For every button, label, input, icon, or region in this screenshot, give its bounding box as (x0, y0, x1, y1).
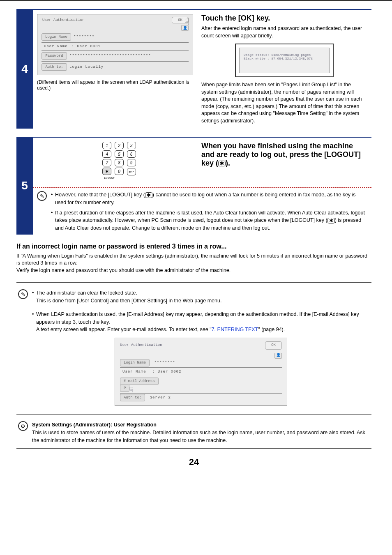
password-button[interactable]: Password (42, 52, 67, 60)
incorrect-body: If "A Warning when Login Fails" is enabl… (16, 253, 371, 274)
user-auth-panel: User Authentication OK ☟ 👤 Login Name **… (37, 14, 193, 75)
auth-to-value: Login Locally (69, 65, 104, 69)
key-8[interactable]: 8 (115, 159, 124, 166)
sys-settings-body: This is used to store names of users of … (32, 429, 370, 444)
step-number: 4 (16, 62, 33, 76)
step-content: User Authentication OK ☟ 👤 Login Name **… (33, 9, 371, 129)
note-admin-clear: The administrator can clear the locked s… (32, 289, 370, 305)
sys-settings-heading: System Settings (Administrator): User Re… (32, 421, 370, 429)
user-name-value: : User 0001 (72, 44, 101, 48)
step-number-col: 5 (16, 137, 33, 235)
ldap-ok-button[interactable]: OK (265, 341, 282, 350)
login-name-button[interactable]: Login Name (42, 33, 71, 41)
note-ldap: When LDAP authentication is used, the [E… (32, 311, 370, 334)
incorrect-heading: If an incorrect login name or password i… (16, 243, 371, 250)
dashed-divider (33, 187, 371, 188)
key-7[interactable]: 7 (102, 159, 111, 166)
ldap-login-name-value: ******** (154, 361, 175, 365)
step4-heading: Touch the [OK] key. (201, 14, 367, 23)
step5-note2: If a preset duration of time elapses aft… (51, 209, 367, 232)
page-number: 24 (16, 457, 371, 467)
user-name-label: User Name (44, 44, 68, 48)
pointer-hand-icon: ☟ (129, 385, 134, 396)
usage-status-box: Usage status: used/remaining pages Black… (235, 44, 334, 77)
ldap-user-name-label: User Name (122, 370, 146, 374)
step5-note1: However, note that the [LOGOUT] key (✱) … (51, 191, 367, 207)
ldap-login-name-button[interactable]: Login Name (120, 359, 150, 366)
note-icon: ✎ (18, 289, 28, 299)
usage-line1: Usage status: used/remaining pages (244, 53, 325, 57)
step4-body2: When page limits have been set in "Pages… (201, 81, 367, 124)
panel-title: User Authentication (42, 17, 85, 23)
step-4: 4 User Authentication OK ☟ 👤 Login Name … (16, 9, 371, 129)
key-logout[interactable]: ✱ (102, 168, 111, 175)
key-3[interactable]: 3 (127, 142, 136, 149)
user-select-icon[interactable]: 👤 (274, 353, 282, 359)
note-icon: ✎ (37, 191, 47, 201)
key-1[interactable]: 1 (102, 142, 111, 149)
key-6[interactable]: 6 (127, 150, 136, 158)
logout-label: LOGOUT (104, 177, 136, 179)
panel-caption: (Different items will appear in the scre… (37, 79, 193, 91)
step-number: 5 (16, 179, 33, 192)
step5-heading: When you have finished using the machine… (201, 142, 367, 168)
key-9[interactable]: 9 (127, 159, 136, 166)
key-hash-p[interactable]: #/P (127, 168, 136, 175)
asterisk-key-icon: ✱ (327, 218, 335, 223)
step-number-col: 4 (16, 9, 33, 129)
pointer-hand-icon: ☟ (184, 17, 189, 27)
ldap-auth-panel: User Authentication OK 👤 Login Name ****… (115, 338, 287, 406)
auth-to-button[interactable]: Auth to: (42, 63, 67, 71)
step4-body1: After the entered login name and passwor… (201, 25, 367, 39)
key-2[interactable]: 2 (115, 142, 124, 149)
login-name-value: ******** (74, 35, 95, 39)
ldap-auth-to-value: Server 2 (150, 396, 171, 400)
entering-text-link[interactable]: 7. ENTERING TEXT (212, 327, 258, 332)
key-5[interactable]: 5 (115, 150, 124, 158)
ldap-user-name-value: : User 0002 (152, 370, 181, 374)
key-4[interactable]: 4 (102, 150, 111, 158)
asterisk-key-icon: ✱ (145, 192, 152, 198)
password-value: ******************************* (69, 54, 151, 58)
step5-heading-post: ). (226, 159, 230, 167)
email-address-button[interactable]: E-mail Address (120, 378, 159, 385)
step-5: 5 1 2 3 4 5 6 (16, 137, 371, 235)
gear-icon: ⚙ (18, 421, 28, 431)
usage-line2: Black-white : 87,654,321/12,345,678 (244, 57, 325, 60)
keypad: 1 2 3 4 5 6 7 8 9 (101, 142, 136, 179)
ldap-panel-title: User Authentication (120, 343, 162, 348)
asterisk-key-icon: ✱ (218, 161, 226, 166)
p-button[interactable]: P (120, 385, 129, 392)
key-0[interactable]: 0 (115, 168, 124, 175)
